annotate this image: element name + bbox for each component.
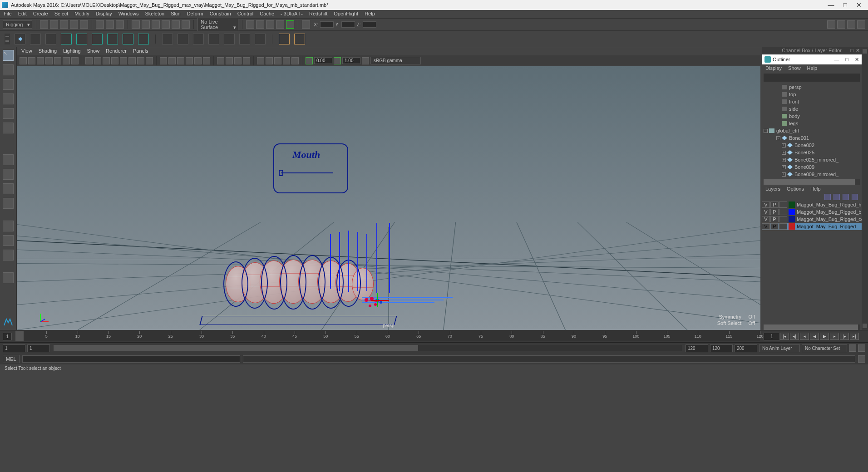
shelf-icon-1[interactable]: ✱ [15, 34, 25, 44]
go-start-button[interactable]: |◂ [780, 333, 789, 340]
outliner-node-Bone001[interactable]: -Bone001 [762, 134, 862, 142]
undo-icon[interactable] [70, 20, 78, 29]
vp-tool-18[interactable] [177, 57, 184, 64]
mouth-slider-track[interactable] [281, 172, 333, 173]
shelf-icon-5[interactable] [76, 34, 87, 44]
outliner-node-legs[interactable]: legs [762, 120, 862, 127]
lasso-tool[interactable] [3, 64, 14, 75]
menu-file[interactable]: File [4, 11, 12, 17]
vp-tool-8[interactable] [85, 57, 93, 64]
render-settings-icon[interactable] [266, 20, 274, 29]
menu-control[interactable]: Control [237, 11, 253, 17]
shelf-icon-13[interactable] [208, 34, 219, 44]
snap-curve-icon[interactable] [142, 20, 150, 29]
layers-hscroll[interactable] [764, 324, 860, 330]
layer-new-icon[interactable] [843, 194, 849, 200]
shelf-icon-9[interactable] [138, 34, 149, 44]
step-fwd-button[interactable]: ▸ [830, 333, 839, 340]
outl-menu-help[interactable]: Help [807, 65, 818, 72]
vp-tool-15[interactable] [146, 57, 153, 64]
channel-box-icon[interactable] [857, 20, 865, 29]
vp-tool-16[interactable] [160, 57, 167, 64]
shelf-icon-8[interactable] [123, 34, 133, 44]
prefs-icon[interactable] [858, 344, 865, 352]
ts-track[interactable]: 5101520253035404550556065707580859095100… [15, 331, 760, 341]
layout-single[interactable] [3, 154, 14, 165]
ipr-icon[interactable] [256, 20, 264, 29]
vp-menu-show[interactable]: Show [87, 48, 100, 54]
vp-exposure-field[interactable]: 0.00 [314, 57, 332, 64]
outl-menu-show[interactable]: Show [788, 65, 801, 72]
layout-persp-outl[interactable] [3, 235, 14, 246]
layout-four[interactable] [3, 169, 14, 180]
snap-view-icon[interactable] [182, 20, 190, 29]
outl-menu-display[interactable]: Display [765, 65, 782, 72]
vp-gamma-field[interactable]: 1.00 [342, 57, 360, 64]
coord-x-field[interactable] [320, 21, 334, 28]
viewport-canvas[interactable]: Mouth [17, 66, 760, 330]
range-end-inner[interactable]: 120 [686, 344, 708, 352]
vp-tool-6[interactable] [63, 57, 70, 64]
layers-menu-layers[interactable]: Layers [765, 186, 780, 192]
menu-display[interactable]: Display [96, 11, 112, 17]
outliner-hscroll[interactable] [764, 179, 860, 185]
outliner-node-persp[interactable]: persp [762, 84, 862, 91]
anim-layer-combo[interactable]: No Anim Layer [759, 344, 800, 352]
vp-tool-14[interactable] [137, 57, 144, 64]
shelf-icon-10[interactable] [162, 34, 173, 44]
outliner-node-Bone009[interactable]: +Bone009 [762, 163, 862, 171]
menu-edit[interactable]: Edit [18, 11, 27, 17]
layout-two-v[interactable] [3, 198, 14, 209]
menu-openflight[interactable]: OpenFlight [334, 11, 358, 17]
new-scene-icon[interactable] [40, 20, 48, 29]
sidebar-toggle-bottom[interactable] [863, 324, 867, 328]
outliner-tree[interactable]: persptopfrontsidebodylegs-global_ctrl-Bo… [762, 83, 862, 179]
step-back-key-button[interactable]: ◂| [790, 333, 799, 340]
snap-plane-icon[interactable] [162, 20, 170, 29]
vp-tool-20[interactable] [194, 57, 202, 64]
outliner-node-front[interactable]: front [762, 98, 862, 105]
vp-menu-renderer[interactable]: Renderer [106, 48, 127, 54]
range-start[interactable]: 1 [3, 344, 25, 352]
menu-constrain[interactable]: Constrain [210, 11, 231, 17]
outliner-node-Bone025_mirrored_[interactable]: +Bone025_mirrored_ [762, 156, 862, 163]
vp-tool-9[interactable] [94, 57, 101, 64]
layer-row-Maggot_May_Bug_Rigged_controlle[interactable]: VPMaggot_May_Bug_Rigged_controlle [762, 216, 862, 223]
menu-cache[interactable]: Cache [260, 11, 274, 17]
layer-row-Maggot_May_Bug_Rigged_helpers[interactable]: VPMaggot_May_Bug_Rigged_helpers [762, 201, 862, 208]
menu-skin[interactable]: Skin [171, 11, 180, 17]
shelf-icon-17[interactable] [279, 34, 290, 44]
sidebar-toggle-top[interactable] [863, 49, 867, 54]
layer-up-icon[interactable] [824, 194, 831, 200]
vp-tool-22[interactable] [217, 57, 224, 64]
layout-two-h[interactable] [3, 183, 14, 194]
go-end-button[interactable]: ▸| [850, 333, 859, 340]
layers-menu-options[interactable]: Options [787, 186, 804, 192]
panel-layout-icon[interactable] [302, 20, 310, 29]
vp-tool-3[interactable] [37, 57, 44, 64]
module-combo[interactable]: Rigging [3, 20, 32, 29]
close-panel-button[interactable]: ✕ [856, 48, 860, 54]
shelf-icon-15[interactable] [239, 34, 250, 44]
vp-tool-27[interactable] [266, 57, 273, 64]
maximize-button[interactable]: □ [843, 1, 847, 9]
layer-row-Maggot_May_Bug_Rigged[interactable]: VPMaggot_May_Bug_Rigged [762, 223, 862, 230]
vp-colorspace-combo[interactable]: sRGB gamma [370, 57, 421, 64]
shelf-icon-2[interactable] [30, 34, 41, 44]
fps-field[interactable]: 200 [735, 344, 757, 352]
outliner-node-global_ctrl[interactable]: -global_ctrl [762, 127, 862, 134]
vp-tool-10[interactable] [103, 57, 110, 64]
snap-point-icon[interactable] [152, 20, 160, 29]
vp-menu-view[interactable]: View [21, 48, 32, 54]
vp-colormgmt-icon[interactable] [362, 57, 369, 64]
ts-current-right[interactable]: 1 [764, 333, 780, 340]
vp-tool-24[interactable] [234, 57, 242, 64]
snap-live-icon[interactable] [172, 20, 180, 29]
layout-outliner[interactable] [3, 221, 14, 231]
lasso-icon[interactable] [106, 20, 114, 29]
menu-deform[interactable]: Deform [187, 11, 203, 17]
vp-menu-lighting[interactable]: Lighting [63, 48, 81, 54]
outliner-node-body[interactable]: body [762, 113, 862, 120]
hypershade-icon[interactable] [276, 20, 284, 29]
outliner-node-side[interactable]: side [762, 105, 862, 113]
